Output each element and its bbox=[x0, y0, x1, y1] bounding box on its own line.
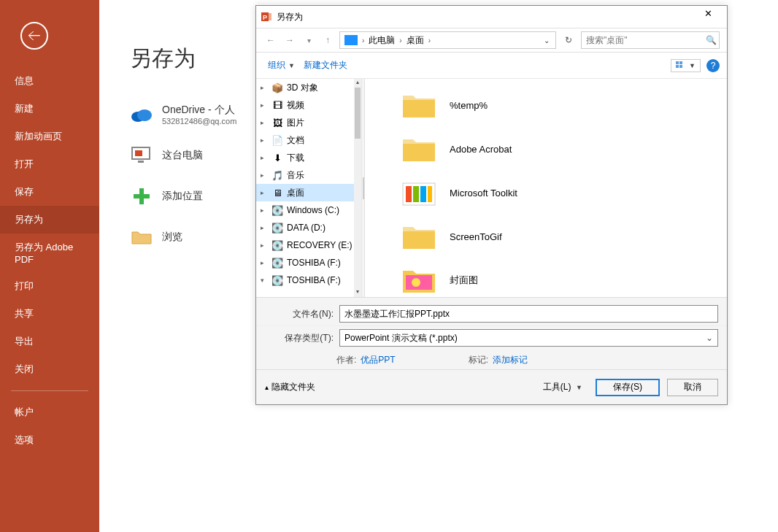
view-mode-button[interactable]: ▼ bbox=[671, 59, 701, 72]
sidebar-item[interactable]: 新加动画页 bbox=[0, 123, 99, 150]
save-button[interactable]: 保存(S) bbox=[596, 379, 660, 396]
tree-item[interactable]: 🎵音乐 bbox=[256, 166, 361, 184]
tree-label: 图片 bbox=[287, 117, 304, 129]
expand-icon[interactable] bbox=[261, 84, 268, 91]
onedrive-icon bbox=[130, 103, 153, 126]
sidebar-item[interactable]: 共享 bbox=[0, 300, 99, 328]
sidebar-item[interactable]: 关闭 bbox=[0, 355, 99, 383]
back-button[interactable]: 🡠 bbox=[20, 22, 48, 50]
sidebar-item[interactable]: 导出 bbox=[0, 328, 99, 355]
tree-label: 文档 bbox=[287, 134, 304, 147]
expand-icon[interactable] bbox=[261, 242, 268, 249]
file-item[interactable]: %temp% bbox=[372, 83, 720, 127]
file-list: %temp%Adobe AcrobatMicrosoft ToolkitScre… bbox=[365, 79, 727, 297]
sidebar-item[interactable]: 帐户 bbox=[0, 398, 99, 426]
folder-icon bbox=[401, 221, 436, 252]
expand-icon[interactable] bbox=[261, 207, 268, 214]
tree-label: 音乐 bbox=[287, 169, 304, 182]
tree-item[interactable]: 💽RECOVERY (E:) bbox=[256, 236, 361, 254]
nav-back[interactable]: ← bbox=[263, 33, 278, 47]
crumb-seg[interactable]: 此电脑 bbox=[366, 34, 398, 47]
sidebar-item[interactable]: 打开 bbox=[0, 150, 99, 178]
svg-rect-11 bbox=[269, 13, 271, 20]
meta-row: 作者: 优品PPT 标记: 添加标记 bbox=[256, 350, 727, 369]
nav-up[interactable]: ↑ bbox=[320, 33, 335, 47]
tree-pane: 📦3D 对象🎞视频🖼图片📄文档⬇下载🎵音乐🖥桌面💽Windows (C:)💽DA… bbox=[256, 79, 362, 297]
tree-label: RECOVERY (E:) bbox=[287, 240, 353, 250]
tree-icon: 🖼 bbox=[271, 117, 284, 128]
file-name: Microsoft Toolkit bbox=[450, 188, 517, 198]
expand-icon[interactable] bbox=[261, 136, 268, 144]
file-item[interactable]: 封面图 bbox=[372, 258, 720, 297]
author-value[interactable]: 优品PPT bbox=[361, 354, 395, 366]
address-bar[interactable]: › 此电脑 › 桌面 › ⌄ bbox=[339, 31, 556, 49]
svg-rect-5 bbox=[138, 161, 144, 163]
tree-item[interactable]: 🖥桌面 bbox=[256, 184, 361, 201]
filetype-select[interactable]: PowerPoint 演示文稿 (*.pptx)⌄ bbox=[339, 329, 718, 347]
svg-rect-15 bbox=[679, 65, 682, 68]
search-icon[interactable]: 🔍 bbox=[703, 35, 719, 45]
file-item[interactable]: Microsoft Toolkit bbox=[372, 171, 720, 215]
nav-forward[interactable]: → bbox=[282, 33, 297, 47]
refresh-button[interactable]: ↻ bbox=[561, 35, 577, 45]
tree-item[interactable]: 📦3D 对象 bbox=[256, 79, 361, 96]
tree-item[interactable]: 🎞视频 bbox=[256, 96, 361, 114]
tree-label: 3D 对象 bbox=[287, 82, 318, 94]
sidebar-item[interactable]: 打印 bbox=[0, 272, 99, 300]
tree-icon: 💽 bbox=[271, 275, 284, 286]
expand-icon[interactable] bbox=[261, 101, 268, 109]
pc-icon bbox=[130, 144, 153, 167]
sidebar-item[interactable]: 保存 bbox=[0, 178, 99, 206]
expand-icon[interactable] bbox=[261, 259, 268, 266]
location-label: OneDrive - 个人 bbox=[162, 104, 236, 117]
sidebar-item[interactable]: 选项 bbox=[0, 426, 99, 454]
organize-menu[interactable]: 组织▼ bbox=[263, 56, 299, 74]
search-input[interactable] bbox=[582, 35, 703, 45]
expand-icon[interactable] bbox=[261, 171, 268, 179]
sidebar-item[interactable]: 另存为 Adobe PDF bbox=[0, 234, 99, 272]
file-item[interactable]: Adobe Acrobat bbox=[372, 127, 720, 171]
tree-label: TOSHIBA (F:) bbox=[287, 275, 341, 285]
tree-item[interactable]: 💽DATA (D:) bbox=[256, 219, 361, 236]
svg-rect-6 bbox=[135, 150, 142, 156]
folder-icon bbox=[401, 265, 436, 296]
file-item[interactable]: ScreenToGif bbox=[372, 215, 720, 258]
tree-label: 下载 bbox=[287, 152, 304, 164]
sidebar-item[interactable]: 信息 bbox=[0, 67, 99, 95]
tree-item[interactable]: 📄文档 bbox=[256, 131, 361, 149]
filename-row: 文件名(N): bbox=[256, 302, 727, 325]
crumb-seg[interactable]: 桌面 bbox=[404, 34, 427, 47]
dialog-titlebar: P 另存为 ✕ bbox=[256, 6, 727, 28]
filename-input[interactable] bbox=[339, 305, 718, 323]
tree-item[interactable]: 💽Windows (C:) bbox=[256, 201, 361, 219]
expand-icon[interactable] bbox=[261, 154, 268, 161]
splitter[interactable] bbox=[362, 79, 365, 297]
help-button[interactable]: ? bbox=[706, 59, 720, 72]
folder-icon bbox=[401, 134, 436, 164]
sidebar-item[interactable]: 新建 bbox=[0, 95, 99, 123]
sidebar-item[interactable]: 另存为 bbox=[0, 206, 99, 234]
close-button[interactable]: ✕ bbox=[693, 8, 723, 26]
expand-icon[interactable] bbox=[261, 189, 268, 196]
hide-folders-toggle[interactable]: 隐藏文件夹 bbox=[265, 381, 315, 393]
tree-item[interactable]: ⬇下载 bbox=[256, 149, 361, 166]
svg-rect-17 bbox=[406, 186, 412, 202]
svg-rect-18 bbox=[413, 186, 419, 202]
expand-icon[interactable] bbox=[261, 224, 268, 231]
new-folder-button[interactable]: 新建文件夹 bbox=[299, 56, 352, 74]
pc-icon bbox=[344, 35, 358, 45]
tree-icon: 🎵 bbox=[271, 170, 284, 181]
tree-item[interactable]: 💽TOSHIBA (F:) bbox=[256, 271, 361, 289]
expand-icon[interactable] bbox=[261, 277, 268, 284]
tree-scrollbar[interactable]: ▴ ▾ bbox=[354, 79, 361, 297]
tree-item[interactable]: 🖼图片 bbox=[256, 114, 361, 131]
expand-icon[interactable] bbox=[261, 119, 268, 126]
file-name: %temp% bbox=[450, 100, 488, 111]
nav-recent[interactable]: ▾ bbox=[301, 33, 316, 47]
dialog-body: 📦3D 对象🎞视频🖼图片📄文档⬇下载🎵音乐🖥桌面💽Windows (C:)💽DA… bbox=[256, 79, 727, 297]
tree-item[interactable]: 💽TOSHIBA (F:) bbox=[256, 254, 361, 271]
tags-value[interactable]: 添加标记 bbox=[493, 354, 528, 366]
search-box[interactable]: 🔍 bbox=[581, 31, 720, 49]
tools-menu[interactable]: 工具(L) ▼ bbox=[537, 378, 588, 396]
cancel-button[interactable]: 取消 bbox=[667, 379, 718, 396]
